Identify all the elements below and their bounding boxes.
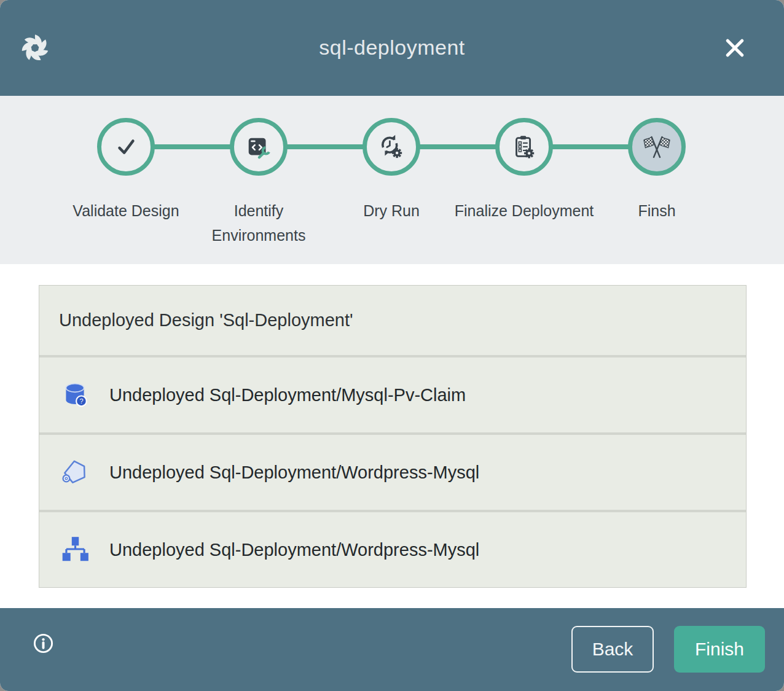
step-label-dry-run: Dry Run xyxy=(321,198,462,223)
finish-button[interactable]: Finish xyxy=(674,626,765,673)
back-button[interactable]: Back xyxy=(571,626,654,673)
log-row-wordpress-mysql-pod: Undeployed Sql-Deployment/Wordpress-Mysq… xyxy=(39,435,746,510)
log-row-text: Undeployed Sql-Deployment/Mysql-Pv-Claim xyxy=(109,385,466,405)
svg-text:?: ? xyxy=(79,397,83,405)
step-dry-run[interactable] xyxy=(363,118,420,176)
wizard-stepper: Validate Design Identify Environments Dr… xyxy=(0,96,784,264)
step-label-identify-environments: Identify Environments xyxy=(188,198,329,248)
wizard-content: Undeployed Design 'Sql-Deployment' ? Und… xyxy=(0,264,784,608)
sync-gear-icon xyxy=(377,133,406,161)
deployment-log-panel: Undeployed Design 'Sql-Deployment' ? Und… xyxy=(39,285,747,588)
step-label-finalize-deployment: Finalize Deployment xyxy=(453,198,595,223)
log-header-text: Undeployed Design 'Sql-Deployment' xyxy=(59,310,353,330)
checkered-flags-icon xyxy=(642,132,672,162)
close-icon xyxy=(723,36,747,60)
database-icon: ? xyxy=(60,380,90,410)
pod-icon xyxy=(60,457,90,488)
log-row-text: Undeployed Sql-Deployment/Wordpress-Mysq… xyxy=(109,540,479,560)
code-window-wrench-icon xyxy=(245,133,273,161)
log-header-row: Undeployed Design 'Sql-Deployment' xyxy=(39,286,746,355)
step-label-finish: Finsh xyxy=(586,198,727,223)
modal-footer: Back Finish xyxy=(0,608,784,691)
step-finish[interactable] xyxy=(628,118,686,176)
topology-icon xyxy=(60,534,90,565)
check-icon xyxy=(112,133,140,161)
log-row-mysql-pv-claim: ? Undeployed Sql-Deployment/Mysql-Pv-Cla… xyxy=(39,357,746,432)
info-icon xyxy=(31,631,56,656)
modal-header: sql-deployment xyxy=(0,0,784,96)
deployment-wizard-modal: sql-deployment xyxy=(0,0,784,691)
clipboard-gear-icon xyxy=(510,133,538,161)
modal-title: sql-deployment xyxy=(0,36,784,60)
step-validate-design[interactable] xyxy=(97,118,155,176)
log-row-wordpress-mysql-topology: Undeployed Sql-Deployment/Wordpress-Mysq… xyxy=(39,512,746,587)
info-button[interactable] xyxy=(31,631,56,656)
step-finalize-deployment[interactable] xyxy=(495,118,553,176)
close-button[interactable] xyxy=(723,36,747,60)
log-row-text: Undeployed Sql-Deployment/Wordpress-Mysq… xyxy=(109,463,479,483)
step-label-validate-design: Validate Design xyxy=(55,198,197,223)
step-identify-environments[interactable] xyxy=(230,118,288,176)
